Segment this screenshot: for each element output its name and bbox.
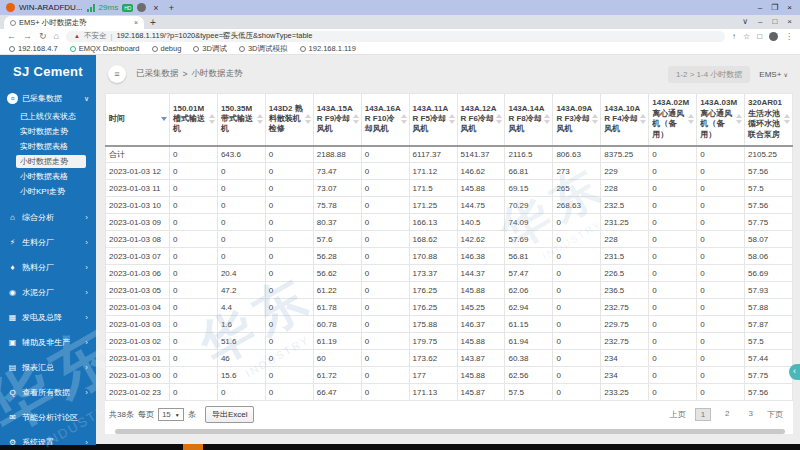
truck-icon: ▣ <box>8 338 17 347</box>
bookmark-item[interactable]: 3D调试模拟 <box>239 44 288 54</box>
remote-minimize-button[interactable]: – <box>758 3 762 12</box>
sort-icon[interactable] <box>688 114 694 124</box>
browser-close-button[interactable]: × <box>787 17 792 26</box>
sidebar-item-collected-data[interactable]: ≡ 已采集数据 ∨ <box>0 89 96 109</box>
sidebar-item[interactable]: ▣辅助及非生产› <box>0 330 96 355</box>
page-number-button[interactable]: 3 <box>744 408 758 421</box>
sidebar-item[interactable]: ⚙系统设置› <box>0 430 96 445</box>
sort-icon[interactable] <box>496 114 502 124</box>
value-cell: 75.78 <box>313 197 361 214</box>
column-header[interactable]: 时间 <box>106 94 170 146</box>
bookmark-item[interactable]: 3D调试 <box>193 44 227 54</box>
sidebar-subitem[interactable]: 已上线仪表状态 <box>0 109 96 124</box>
column-header[interactable]: 143A.12AR F6冷却风机 <box>457 94 505 146</box>
browser-tab[interactable]: EMS+ 小时数据走势 × <box>4 16 144 29</box>
sidebar-item[interactable]: ✉节能分析讨论区 <box>0 405 96 430</box>
sort-icon[interactable] <box>209 114 215 124</box>
new-tab-button[interactable]: + <box>150 17 156 28</box>
value-cell: 175.88 <box>409 316 457 333</box>
sidebar-item[interactable]: ◉水泥分厂› <box>0 280 96 305</box>
sidebar-subitem[interactable]: 小时KPI走势 <box>0 184 96 199</box>
tab-favicon-icon <box>10 20 16 26</box>
bookmark-item[interactable]: EMQX Dashboard <box>70 44 140 53</box>
export-excel-button[interactable]: 导出Excel <box>205 406 255 423</box>
remote-tab-close-button[interactable]: × <box>150 3 161 13</box>
page-number-button[interactable]: 2 <box>720 408 734 421</box>
column-header[interactable]: 143D2 熟料散装机检修 <box>265 94 313 146</box>
column-header[interactable]: 143A.15AR F9冷却风机 <box>313 94 361 146</box>
value-cell: 0 <box>170 282 218 299</box>
column-header[interactable]: 150.35M 带式输送机 <box>217 94 265 146</box>
user-menu[interactable]: EMS+ ∨ <box>759 70 788 79</box>
remote-maximize-button[interactable]: ❐ <box>771 3 778 12</box>
tab-search-icon[interactable]: ∨ <box>742 17 748 26</box>
value-cell: 0 <box>217 214 265 231</box>
share-icon[interactable]: ↑ <box>732 32 736 41</box>
remote-close-button[interactable]: × <box>787 3 792 12</box>
sort-icon[interactable] <box>161 114 167 124</box>
sort-icon[interactable] <box>401 114 407 124</box>
column-header[interactable]: 150.01M 槽式输送机 <box>170 94 218 146</box>
page-size-select[interactable]: 15 ▼ <box>158 408 184 421</box>
sort-icon[interactable] <box>449 114 455 124</box>
sidebar-item[interactable]: ▤报表汇总› <box>0 355 96 380</box>
browser-maximize-button[interactable]: □ <box>772 17 777 26</box>
bookmark-item[interactable]: 192.168.4.7 <box>9 44 58 53</box>
column-header[interactable]: 143A.03M 离心通风机（备用） <box>697 94 745 146</box>
browser-menu-icon[interactable]: ⋮ <box>785 32 793 41</box>
sidebar-subitem[interactable]: 小时数据表格 <box>0 169 96 184</box>
sidebar-item[interactable]: ⚡生料分厂› <box>0 230 96 255</box>
address-bar[interactable]: ▲ 不安全 | 192.168.1.119/?p=1020&typee=窑头低压… <box>66 31 725 42</box>
bookmark-item[interactable]: debug <box>152 44 182 53</box>
browser-minimize-button[interactable]: – <box>758 17 762 26</box>
sidebar-item[interactable]: ⌂综合分析› <box>0 205 96 230</box>
column-header[interactable]: 143A.10AR F4冷却风机 <box>601 94 649 146</box>
horizontal-scrollbar[interactable] <box>115 429 785 434</box>
reload-button[interactable]: ↻ <box>39 31 47 41</box>
column-header[interactable]: 143A.16AR F10冷却风机 <box>361 94 409 146</box>
page-number-button[interactable]: 1 <box>695 408 711 421</box>
remote-app-logo-icon <box>6 3 15 12</box>
hamburger-menu-button[interactable]: ≡ <box>108 65 126 83</box>
sidebar-subitem[interactable]: 实时数据表格 <box>0 139 96 154</box>
column-header[interactable]: 143A.09AR F3冷却风机 <box>553 94 601 146</box>
home-button[interactable]: ⌂ <box>54 31 59 41</box>
table-row: 2023-01-03 06020.4056.620173.37144.3757.… <box>106 265 793 282</box>
sidebar-subitem-active[interactable]: 小时数据走势 <box>16 155 86 168</box>
column-header[interactable]: 320AR01 生活水池循环水池联合泵房 <box>745 94 793 146</box>
forward-button[interactable]: → <box>23 31 32 41</box>
sort-icon[interactable] <box>640 114 646 124</box>
bookmark-star-icon[interactable]: ☆ <box>743 32 750 41</box>
breadcrumb-parent[interactable]: 已采集数据 <box>136 68 179 80</box>
taskbar-app-indicator[interactable] <box>183 444 203 450</box>
sort-icon[interactable] <box>257 114 263 124</box>
sort-icon[interactable] <box>353 114 359 124</box>
value-cell: 2116.5 <box>505 146 553 163</box>
sort-icon[interactable] <box>784 114 790 124</box>
sidebar-item[interactable]: Q查看所有数据› <box>0 380 96 405</box>
sort-icon[interactable] <box>544 114 550 124</box>
back-button[interactable]: ← <box>7 31 16 41</box>
collapse-handle-button[interactable]: ‹ <box>789 364 800 380</box>
column-header[interactable]: 143A.14AR F8冷却风机 <box>505 94 553 146</box>
value-cell: 20.4 <box>217 265 265 282</box>
remote-tab-add-button[interactable]: + <box>166 3 177 13</box>
column-header[interactable]: 143A.11AR F5冷却风机 <box>409 94 457 146</box>
sort-icon[interactable] <box>592 114 598 124</box>
bookmark-item[interactable]: 192.168.1.119 <box>300 44 356 53</box>
column-header[interactable]: 143A.02M 离心通风机（备用） <box>649 94 697 146</box>
sort-icon[interactable] <box>736 114 742 124</box>
taskbar[interactable] <box>0 444 800 450</box>
prev-page-button[interactable]: 上页 <box>670 409 686 420</box>
sidebar-item[interactable]: ▦发电及总降› <box>0 305 96 330</box>
sort-icon[interactable] <box>305 114 311 124</box>
profile-avatar[interactable] <box>769 32 778 41</box>
sidebar-subitem[interactable]: 实时数据走势 <box>0 124 96 139</box>
value-cell: 229 <box>601 163 649 180</box>
value-cell: 0 <box>170 163 218 180</box>
sidebar-item[interactable]: ♦熟料分厂› <box>0 255 96 280</box>
data-range-pill[interactable]: 1-2 > 1-4 小时数据 <box>668 66 750 83</box>
next-page-button[interactable]: 下页 <box>767 409 783 420</box>
side-panel-icon[interactable]: □ <box>757 32 762 41</box>
tab-close-button[interactable]: × <box>134 19 138 26</box>
